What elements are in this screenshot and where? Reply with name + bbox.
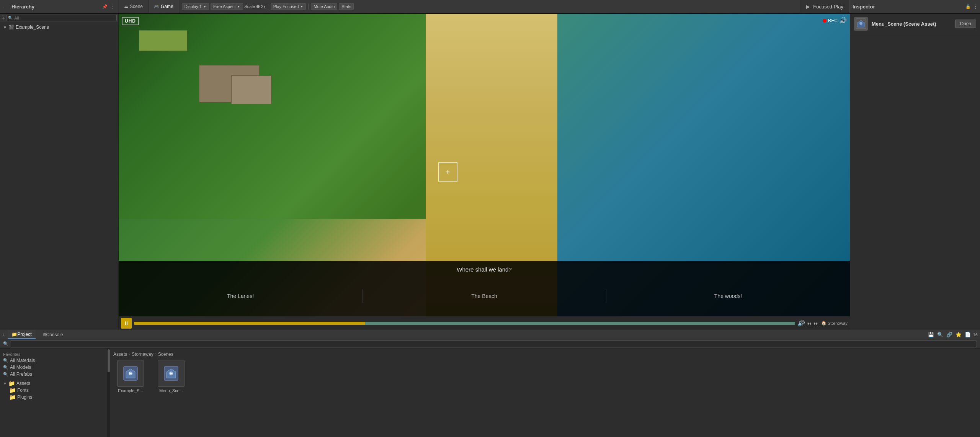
hierarchy-minus-icon[interactable]: — xyxy=(4,3,9,10)
skip-forward-icon[interactable]: ⏭ xyxy=(813,320,819,326)
asset-item-menu[interactable]: Menu_Sce... xyxy=(154,360,188,393)
timeline-track[interactable] xyxy=(134,322,795,325)
stornaway-logo: 🏠 Stornoway xyxy=(821,321,848,326)
fonts-item[interactable]: 📁 Fonts xyxy=(0,387,107,394)
hierarchy-search-icon: 🔍 xyxy=(8,16,13,20)
search-icon-materials: 🔍 xyxy=(3,358,8,363)
play-focused-dropdown[interactable]: Play Focused xyxy=(271,3,306,10)
choice-button-lanes[interactable]: The Lanes! xyxy=(119,289,363,303)
pause-button[interactable]: ⏸ xyxy=(121,318,132,329)
skip-back-icon[interactable]: ⏮ xyxy=(807,320,812,326)
project-files-icon[interactable]: 📄 xyxy=(964,331,972,339)
scene-icon: 🎬 xyxy=(8,25,14,30)
assets-folder-icon: 📁 xyxy=(8,380,15,386)
example-scene-label: Example_S... xyxy=(118,388,143,393)
project-search-bar: 🔍 xyxy=(0,339,980,349)
project-sidebar-scroll-area: Favorites 🔍 All Materials 🔍 All Models 🔍… xyxy=(0,349,110,437)
tennis-court xyxy=(139,30,187,51)
search-icon-prefabs: 🔍 xyxy=(3,372,8,377)
scene-tab[interactable]: ⛰ Scene xyxy=(119,0,149,13)
breadcrumb-sep-2: › xyxy=(155,352,157,357)
inspector-panel: Menu_Scene (Scene Asset) Open xyxy=(850,14,980,330)
project-link-icon[interactable]: 🔗 xyxy=(946,331,953,339)
stats-btn[interactable]: Stats xyxy=(339,3,354,10)
choice-button-woods[interactable]: The woods! xyxy=(606,289,850,303)
inspector-asset-info: Menu_Scene (Scene Asset) xyxy=(872,21,936,27)
scale-slider-dot[interactable] xyxy=(256,5,260,8)
example-scene-thumb xyxy=(117,360,144,387)
hierarchy-pin-icon[interactable]: 📌 xyxy=(102,4,108,9)
top-bar: — Hierarchy 📌 ⋮ ⛰ Scene 🎮 Game Display 1… xyxy=(0,0,980,14)
project-sidebar: Favorites 🔍 All Materials 🔍 All Models 🔍… xyxy=(0,349,107,437)
choice-button-beach[interactable]: The Beach xyxy=(363,289,606,303)
inspector-tab-label: Inspector xyxy=(853,4,875,10)
choice-text: Where shall we land? xyxy=(119,261,850,276)
hierarchy-add-btn[interactable]: + xyxy=(2,15,5,21)
hierarchy-menu-icon[interactable]: ⋮ xyxy=(110,4,114,9)
breadcrumb-assets[interactable]: Assets xyxy=(113,352,127,357)
inspector-menu-icon[interactable]: ⋮ xyxy=(973,4,978,9)
focused-play-icon: ▶ xyxy=(806,3,810,10)
game-tab-icon: 🎮 xyxy=(154,4,159,9)
project-add-btn[interactable]: + xyxy=(2,332,5,338)
all-materials-item[interactable]: 🔍 All Materials xyxy=(0,357,107,364)
sidebar-scrollbar-thumb xyxy=(108,349,110,372)
console-icon: 🖥 xyxy=(42,332,46,337)
mute-audio-btn[interactable]: Mute Audio xyxy=(311,3,337,10)
breadcrumb-stornaway[interactable]: Stornaway xyxy=(132,352,154,357)
project-content: Favorites 🔍 All Materials 🔍 All Models 🔍… xyxy=(0,349,980,437)
inspector-body xyxy=(850,34,980,330)
search-icon: 🔍 xyxy=(3,341,8,346)
hierarchy-all-label: All xyxy=(14,16,19,20)
toolbar-separator-2 xyxy=(308,3,309,10)
game-view[interactable]: UHD REC 🔊 Where shall we land? The Lanes… xyxy=(119,14,850,330)
rec-dot xyxy=(823,19,826,23)
main-content-area: + 🔍 All ▼ 🎬 Example_Scene xyxy=(0,14,980,330)
hierarchy-search-box[interactable]: 🔍 All xyxy=(6,15,117,21)
plugins-folder-icon: 📁 xyxy=(9,394,16,400)
display-dropdown[interactable]: Display 1 xyxy=(182,3,209,10)
menu-scene-thumb xyxy=(158,360,185,387)
inspector-asset-row: Menu_Scene (Scene Asset) Open xyxy=(850,14,980,34)
project-search-input[interactable] xyxy=(11,340,977,347)
breadcrumb-sep-1: › xyxy=(129,352,130,357)
breadcrumb-scenes[interactable]: Scenes xyxy=(158,352,173,357)
sidebar-scrollbar[interactable] xyxy=(107,349,110,437)
rec-vol-icon: 🔊 xyxy=(839,17,847,24)
assets-arrow: ▼ xyxy=(3,381,7,386)
all-prefabs-item[interactable]: 🔍 All Prefabs xyxy=(0,371,107,378)
hierarchy-scene-item[interactable]: ▼ 🎬 Example_Scene xyxy=(0,24,118,31)
all-models-item[interactable]: 🔍 All Models xyxy=(0,364,107,371)
choice-buttons: The Lanes! The Beach The woods! xyxy=(119,276,850,316)
fonts-folder-icon: 📁 xyxy=(9,387,16,393)
asset-item-example[interactable]: Example_S... xyxy=(113,360,148,393)
inspector-tab-section: Inspector 🔒 ⋮ xyxy=(850,0,980,13)
inspector-asset-icon xyxy=(854,17,868,31)
scene-tab-icon: ⛰ xyxy=(124,4,128,9)
scene-game-tab-bar: ⛰ Scene 🎮 Game xyxy=(119,0,180,13)
toolbar-separator xyxy=(268,3,268,10)
game-crosshair xyxy=(438,162,457,182)
project-save-icon[interactable]: 💾 xyxy=(927,331,935,339)
console-tab[interactable]: 🖥 Console xyxy=(38,330,67,339)
scale-control: Scale 2x xyxy=(245,4,266,9)
favorites-header: Favorites xyxy=(0,350,107,357)
project-tab[interactable]: 📁 Project xyxy=(8,330,35,339)
search-icon-models: 🔍 xyxy=(3,365,8,370)
plugins-item[interactable]: 📁 Plugins xyxy=(0,394,107,401)
hierarchy-tab-label: Hierarchy xyxy=(11,4,34,10)
project-toolbar-icons: 💾 🔍 🔗 ⭐ 📄 16 xyxy=(927,331,978,339)
timeline-fill xyxy=(134,322,365,325)
assets-header[interactable]: ▼ 📁 Assets xyxy=(0,380,107,387)
project-star-icon[interactable]: ⭐ xyxy=(955,331,962,339)
game-tab[interactable]: 🎮 Game xyxy=(149,0,179,13)
playback-bar: ⏸ 🔊 ⏮ ⏭ 🏠 Stornoway xyxy=(119,316,850,330)
volume-icon[interactable]: 🔊 xyxy=(797,319,805,327)
project-search-icon[interactable]: 🔍 xyxy=(936,331,944,339)
inspector-lock-icon[interactable]: 🔒 xyxy=(965,4,971,9)
hierarchy-content: ▼ 🎬 Example_Scene xyxy=(0,22,118,330)
focused-play-indicator: ▶ Focused Play xyxy=(800,0,850,13)
center-panel: UHD REC 🔊 Where shall we land? The Lanes… xyxy=(119,14,850,330)
inspector-open-button[interactable]: Open xyxy=(955,20,976,28)
aspect-dropdown[interactable]: Free Aspect xyxy=(211,3,243,10)
